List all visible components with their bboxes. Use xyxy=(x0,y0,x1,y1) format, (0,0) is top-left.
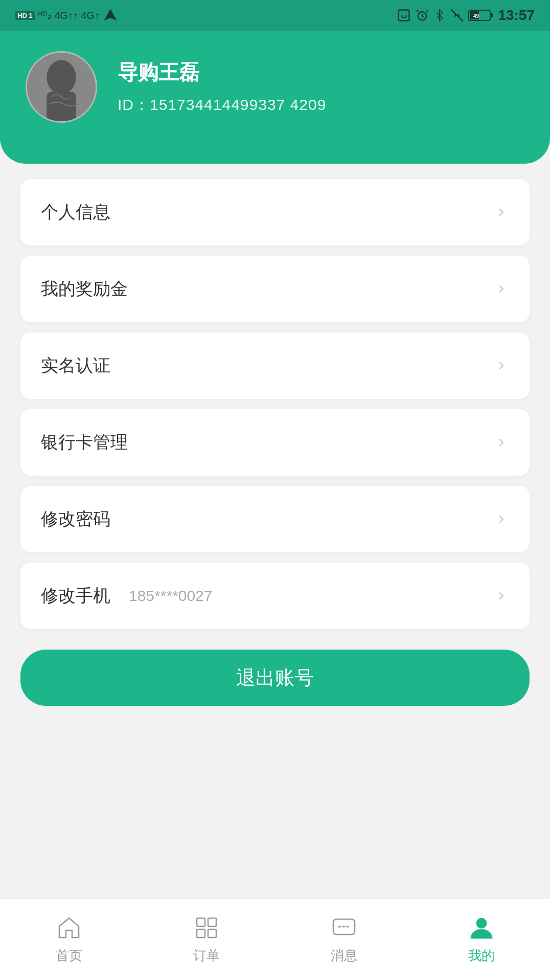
personal-info-label: 个人信息 xyxy=(41,201,110,224)
hd1-badge: HD 1 xyxy=(15,11,35,20)
signal-icons: ᴴᴰ₂ 4G↑↑ 4G↑ xyxy=(38,9,100,21)
logout-button[interactable]: 退出账号 xyxy=(20,650,530,706)
svg-marker-0 xyxy=(104,9,117,21)
status-bar-left: HD 1 ᴴᴰ₂ 4G↑↑ 4G↑ xyxy=(15,8,118,23)
profile-header: 导购王磊 ID：151734414499337 4209 xyxy=(0,31,550,164)
svg-line-3 xyxy=(451,9,463,21)
menu-item-change-password-left: 修改密码 xyxy=(41,507,110,531)
change-password-chevron xyxy=(494,511,509,527)
nav-item-mine[interactable]: 我的 xyxy=(413,914,550,965)
svg-text:49: 49 xyxy=(473,13,479,19)
real-name-label: 实名认证 xyxy=(41,354,110,377)
profile-info: 导购王磊 ID：151734414499337 4209 xyxy=(118,58,326,116)
home-icon xyxy=(55,914,83,942)
status-bar: HD 1 ᴴᴰ₂ 4G↑↑ 4G↑ 49 xyxy=(0,0,550,31)
nav-item-orders[interactable]: 订单 xyxy=(138,914,275,965)
menu-item-my-bonus[interactable]: 我的奖励金 xyxy=(20,256,530,322)
menu-item-personal-info-left: 个人信息 xyxy=(41,201,110,224)
mine-icon xyxy=(468,914,495,942)
profile-id: ID：151734414499337 4209 xyxy=(118,95,326,116)
menu-item-real-name-left: 实名认证 xyxy=(41,354,110,377)
svg-rect-1 xyxy=(399,10,409,21)
nav-label-orders: 订单 xyxy=(193,947,220,965)
change-password-label: 修改密码 xyxy=(41,507,110,531)
bank-card-label: 银行卡管理 xyxy=(41,431,128,454)
svg-rect-11 xyxy=(197,918,205,926)
bottom-nav: 首页 订单 消息 我的 xyxy=(0,898,550,980)
svg-rect-13 xyxy=(197,929,205,938)
menu-item-change-phone-left: 修改手机 185****0027 xyxy=(41,584,213,608)
my-bonus-chevron xyxy=(494,281,509,297)
real-name-chevron xyxy=(494,358,509,373)
change-phone-sub: 185****0027 xyxy=(129,587,213,605)
nav-label-messages: 消息 xyxy=(331,947,357,965)
menu-item-personal-info[interactable]: 个人信息 xyxy=(20,179,530,246)
menu-item-my-bonus-left: 我的奖励金 xyxy=(41,277,128,301)
personal-info-chevron xyxy=(494,205,509,220)
nav-label-mine: 我的 xyxy=(468,947,495,965)
bluetooth-icon xyxy=(433,8,446,23)
change-phone-chevron xyxy=(494,588,509,604)
svg-rect-12 xyxy=(208,918,216,926)
svg-point-9 xyxy=(47,60,76,94)
alarm-icon xyxy=(415,8,429,23)
nav-label-home: 首页 xyxy=(56,947,82,965)
orders-icon xyxy=(193,914,220,942)
svg-rect-14 xyxy=(208,929,216,938)
status-time: 13:57 xyxy=(498,7,535,24)
menu-item-change-password[interactable]: 修改密码 xyxy=(20,486,530,552)
mute-icon xyxy=(450,8,464,23)
menu-list: 个人信息 我的奖励金 实名认证 银行卡管理 xyxy=(0,164,550,644)
direction-icon xyxy=(103,8,118,23)
menu-item-bank-card-left: 银行卡管理 xyxy=(41,431,128,454)
nav-item-messages[interactable]: 消息 xyxy=(275,914,413,965)
nav-item-home[interactable]: 首页 xyxy=(0,914,138,965)
nfc-icon xyxy=(397,8,411,23)
messages-icon xyxy=(330,914,358,942)
battery-icon: 49 xyxy=(468,8,494,23)
my-bonus-label: 我的奖励金 xyxy=(41,277,128,301)
profile-name: 导购王磊 xyxy=(118,58,326,86)
change-phone-label: 修改手机 xyxy=(41,584,110,608)
svg-point-16 xyxy=(476,918,487,928)
menu-item-change-phone[interactable]: 修改手机 185****0027 xyxy=(20,563,530,629)
menu-item-bank-card[interactable]: 银行卡管理 xyxy=(20,409,530,476)
avatar xyxy=(26,51,97,123)
svg-rect-5 xyxy=(490,13,493,17)
status-bar-right: 49 13:57 xyxy=(397,7,535,24)
menu-item-real-name[interactable]: 实名认证 xyxy=(20,332,530,399)
bank-card-chevron xyxy=(494,435,509,450)
